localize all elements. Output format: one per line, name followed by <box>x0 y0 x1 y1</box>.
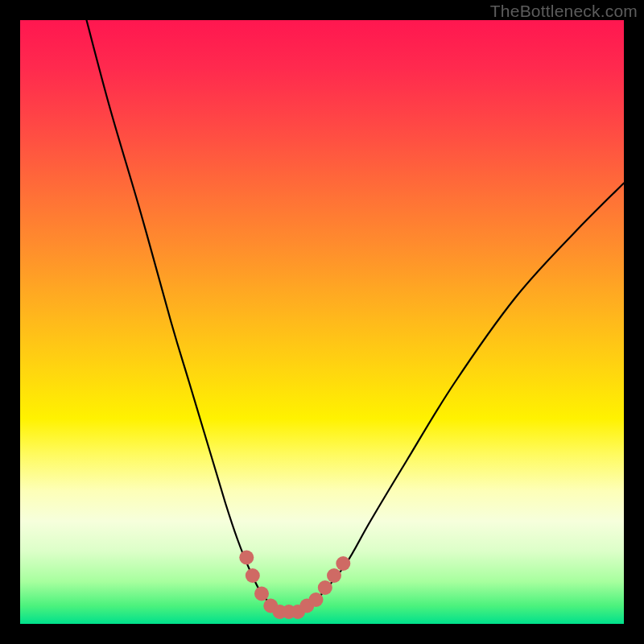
highlight-marker <box>336 556 350 571</box>
highlight-marker <box>309 592 324 607</box>
highlight-marker <box>254 587 269 601</box>
highlight-marker <box>273 605 287 619</box>
highlight-marker <box>327 568 341 583</box>
chart-frame: TheBottleneck.com <box>0 0 644 644</box>
highlight-marker <box>318 580 332 595</box>
chart-svg <box>20 20 624 624</box>
highlight-marker <box>291 605 305 619</box>
highlight-markers <box>239 551 350 620</box>
highlight-marker <box>246 568 260 583</box>
highlight-marker <box>263 599 278 613</box>
highlight-marker <box>282 605 296 619</box>
highlight-marker <box>239 551 254 565</box>
watermark-text: TheBottleneck.com <box>490 2 638 21</box>
plot-area <box>20 20 624 624</box>
highlight-marker <box>299 599 314 613</box>
bottleneck-curve-path <box>87 20 625 613</box>
